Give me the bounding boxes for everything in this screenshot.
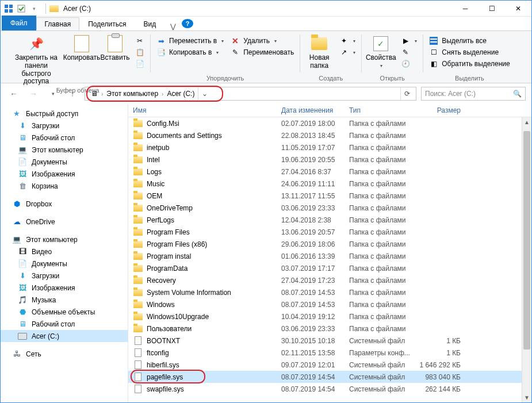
sidebar-item-recycle[interactable]: 🗑Корзина <box>1 180 128 192</box>
tab-file[interactable]: Файл <box>2 16 36 30</box>
file-row[interactable]: Program Files13.06.2019 20:57Папка с фай… <box>128 226 531 238</box>
history-button[interactable]: 🕘 <box>399 59 419 69</box>
tab-home[interactable]: Главная <box>36 17 80 30</box>
file-row[interactable]: Recovery27.04.2019 17:23Папка с файлами <box>128 274 531 286</box>
paste-button[interactable]: Вставить <box>99 33 131 63</box>
sidebar-item-music[interactable]: 🎵Музыка <box>1 294 128 306</box>
delete-button[interactable]: ✕Удалить▾ <box>228 36 296 46</box>
svg-rect-2 <box>5 9 8 13</box>
file-row[interactable]: Documents and Settings22.08.2013 18:45Па… <box>128 129 531 141</box>
file-row[interactable]: hiberfil.sys09.07.2019 12:01Системный фа… <box>128 359 531 371</box>
sidebar-item-label: Сеть <box>26 350 41 358</box>
cell-date: 03.06.2019 23:33 <box>281 204 349 212</box>
scrollbar[interactable]: ▲ ▼ <box>522 117 531 402</box>
sidebar-item-network[interactable]: 🖧Сеть <box>1 348 128 360</box>
file-row[interactable]: System Volume Information08.07.2019 14:5… <box>128 286 531 298</box>
sidebar-item-downloads[interactable]: ⬇Загрузки <box>1 120 128 132</box>
new-item-button[interactable]: ✦▾ <box>337 36 358 46</box>
select-all-button[interactable]: Выделить все <box>427 36 512 46</box>
file-row[interactable]: ProgramData03.07.2019 17:17Папка с файла… <box>128 262 531 274</box>
file-row[interactable]: Program instal01.06.2016 13:39Папка с фа… <box>128 250 531 262</box>
copy-path-button[interactable]: 📋 <box>133 47 147 57</box>
open-button[interactable]: ▶▾ <box>399 36 419 46</box>
file-row[interactable]: inetpub11.05.2019 17:07Папка с файлами <box>128 141 531 153</box>
file-row[interactable]: BOOTNXT30.10.2015 10:18Системный файл1 К… <box>128 335 531 347</box>
file-row[interactable]: ftconfig02.11.2015 13:58Параметры конф..… <box>128 347 531 359</box>
file-row[interactable]: Intel19.06.2019 20:55Папка с файлами <box>128 153 531 166</box>
paste-shortcut-button[interactable]: 📄 <box>133 59 147 69</box>
cut-button[interactable]: ✂ <box>133 36 147 46</box>
col-header-type[interactable]: Тип <box>349 106 419 114</box>
scroll-up-icon[interactable]: ▲ <box>522 117 531 127</box>
minimize-button[interactable]: ─ <box>452 1 479 17</box>
sidebar-item-this-pc-root[interactable]: 💻Этот компьютер <box>1 233 128 245</box>
breadcrumb-drive[interactable]: Acer (C:) <box>163 90 198 98</box>
address-field[interactable]: 🖥 › Этот компьютер › Acer (C:) ⌄ ⟳ <box>85 87 416 101</box>
sidebar-item-documents2[interactable]: 📄Документы <box>1 258 128 270</box>
breadcrumb-root[interactable]: 🖥 <box>87 90 101 98</box>
sidebar-item-quick-access[interactable]: ★Быстрый доступ <box>1 108 128 120</box>
sidebar-item-desktop[interactable]: 🖥Рабочий стол <box>1 132 128 144</box>
ribbon-tabs: Файл Главная Поделиться Вид ⋁ ? <box>1 17 531 30</box>
file-row[interactable]: Logs27.04.2016 8:37Папка с файлами <box>128 166 531 178</box>
easy-access-button[interactable]: ↗▾ <box>337 47 358 57</box>
cell-name: BOOTNXT <box>147 337 281 345</box>
sidebar-item-downloads2[interactable]: ⬇Загрузки <box>1 270 128 282</box>
file-row[interactable]: Program Files (x86)29.06.2019 18:06Папка… <box>128 238 531 250</box>
sidebar-item-pictures[interactable]: 🖼Изображения <box>1 168 128 180</box>
scroll-down-icon[interactable]: ▼ <box>522 393 531 402</box>
scrollbar-thumb[interactable] <box>523 131 530 350</box>
file-row[interactable]: PerfLogs12.04.2018 2:38Папка с файлами <box>128 214 531 226</box>
copy-button[interactable]: Копировать <box>66 33 97 63</box>
sidebar-item-acer-drive[interactable]: Acer (C:) <box>1 330 128 342</box>
sidebar-item-3d-objects[interactable]: ⬣Объемные объекты <box>1 306 128 318</box>
tab-share[interactable]: Поделиться <box>79 17 135 30</box>
file-row[interactable]: OEM13.11.2017 11:55Папка с файлами <box>128 190 531 202</box>
move-to-button[interactable]: ➡Переместить в▾ <box>154 36 226 46</box>
invert-selection-button[interactable]: ◧Обратить выделение <box>427 59 512 69</box>
col-header-size[interactable]: Размер <box>419 106 471 114</box>
sidebar-item-video[interactable]: 🎞Видео <box>1 245 128 258</box>
qat-dropdown-icon[interactable]: ▾ <box>29 4 39 13</box>
pin-quick-access-button[interactable]: 📌 Закрепить на панели быстрого доступа <box>9 33 64 87</box>
properties-button[interactable]: Свойства ▾ <box>365 33 396 70</box>
sidebar-item-label: Рабочий стол <box>32 134 75 142</box>
new-folder-button[interactable]: Новая папка <box>304 33 335 71</box>
sidebar-item-this-pc[interactable]: 💻Этот компьютер <box>1 144 128 156</box>
tab-view[interactable]: Вид <box>135 17 164 30</box>
cell-name: inetpub <box>147 144 281 152</box>
file-row[interactable]: Windows08.07.2019 14:53Папка с файлами <box>128 298 531 310</box>
col-header-date[interactable]: Дата изменения <box>281 106 349 114</box>
cell-date: 13.11.2017 11:55 <box>281 192 349 200</box>
copy-to-button[interactable]: 📑Копировать в▾ <box>154 47 226 57</box>
help-icon[interactable]: ? <box>182 19 193 28</box>
search-input[interactable]: Поиск: Acer (C:) 🔍 <box>421 87 526 101</box>
file-pane: Имя Дата изменения Тип Размер ▲ ▼ Config… <box>128 104 531 402</box>
file-row[interactable]: Music24.06.2019 11:11Папка с файлами <box>128 178 531 190</box>
file-row[interactable]: Пользователи03.06.2019 23:33Папка с файл… <box>128 323 531 335</box>
refresh-button[interactable]: ⟳ <box>400 87 414 100</box>
maximize-button[interactable]: ☐ <box>479 1 505 17</box>
file-row[interactable]: pagefile.sys08.07.2019 14:54Системный фа… <box>128 371 531 383</box>
file-row[interactable]: swapfile.sys08.07.2019 14:54Системный фа… <box>128 383 531 395</box>
address-history-button[interactable]: ⌄ <box>198 87 211 100</box>
sidebar-item-documents[interactable]: 📄Документы <box>1 156 128 168</box>
file-row[interactable]: OneDriveTemp03.06.2019 23:33Папка с файл… <box>128 202 531 214</box>
file-row[interactable]: Windows10Upgrade10.04.2019 19:12Папка с … <box>128 310 531 323</box>
col-header-name[interactable]: Имя <box>133 106 281 114</box>
sidebar-item-label: Dropbox <box>26 200 52 208</box>
breadcrumb-this-pc[interactable]: Этот компьютер <box>103 90 162 98</box>
sidebar-item-pictures2[interactable]: 🖼Изображения <box>1 282 128 294</box>
sidebar-item-onedrive[interactable]: ☁OneDrive <box>1 216 128 228</box>
sidebar-item-desktop2[interactable]: 🖥Рабочий стол <box>1 318 128 330</box>
properties-quick-icon[interactable] <box>17 4 26 13</box>
rename-button[interactable]: ✎Переименовать <box>228 47 296 57</box>
cell-date: 03.06.2019 23:33 <box>281 325 349 333</box>
documents-icon: 📄 <box>18 158 27 167</box>
close-button[interactable]: ✕ <box>505 1 531 17</box>
edit-button[interactable]: ✎ <box>399 47 419 57</box>
sidebar-item-dropbox[interactable]: ⬢Dropbox <box>1 198 128 210</box>
file-row[interactable]: Config.Msi02.07.2019 18:00Папка с файлам… <box>128 117 531 129</box>
deselect-button[interactable]: ☐Снять выделение <box>427 47 512 57</box>
ribbon-expand-icon[interactable]: ⋁ <box>164 22 182 30</box>
